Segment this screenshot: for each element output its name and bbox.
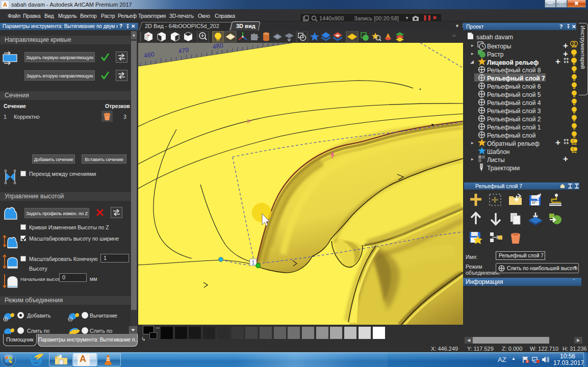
svg-text:››: ›› [452, 33, 456, 38]
svg-text:1: 1 [252, 260, 255, 266]
